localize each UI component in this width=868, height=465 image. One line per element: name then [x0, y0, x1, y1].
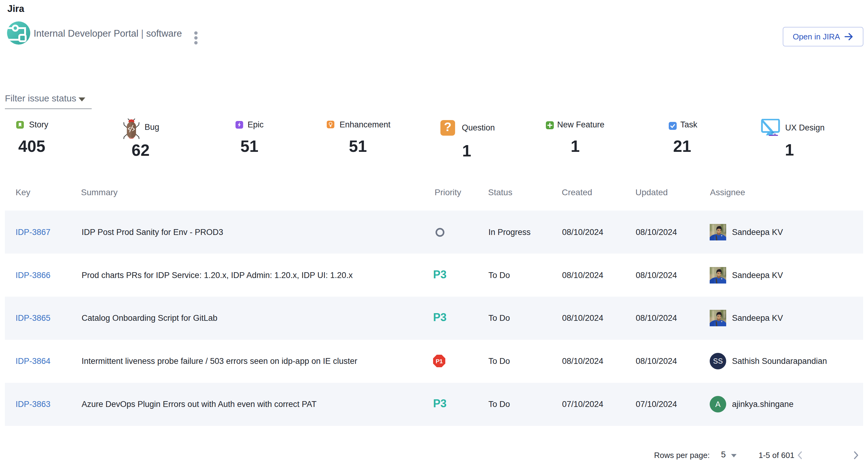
svg-text:?: ?: [444, 120, 452, 134]
svg-text:P1: P1: [436, 358, 443, 364]
